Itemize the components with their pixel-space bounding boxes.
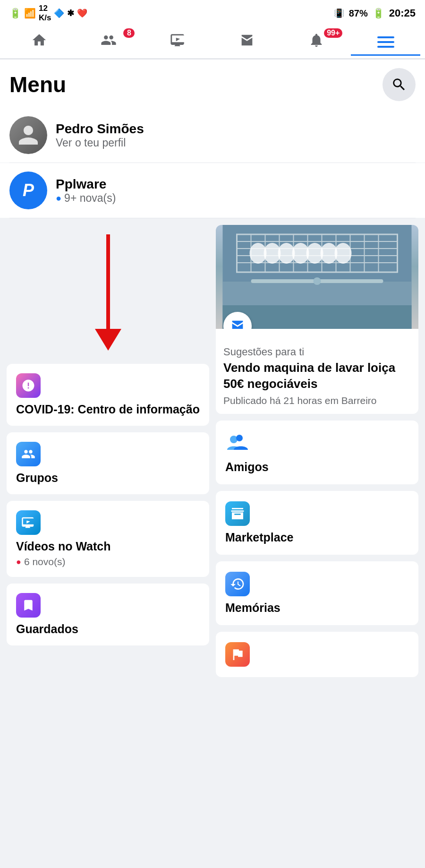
friends-badge: 8 [123,28,135,38]
red-arrow-container [7,225,209,357]
memories-icon [225,572,250,596]
watch-new: ● 6 novo(s) [16,556,200,567]
marketplace-nav-icon [239,32,255,52]
page-new-count: ● 9+ nova(s) [56,192,116,205]
notifications-badge: 99+ [324,28,342,38]
covid-label: COVID-19: Centro de informação [16,403,200,416]
marketplace-listing-card[interactable]: Sugestões para ti Vendo maquina de lavar… [216,225,418,414]
profile-section[interactable]: Pedro Simões Ver o teu perfil [0,108,425,163]
marketplace-listing-image [216,225,418,329]
status-left: 🔋 📶 12K/s 🔷 ✱ ❤️ [9,4,87,23]
page-initial: P [23,180,34,200]
menu-card-events[interactable] [216,632,418,677]
menu-card-memorias[interactable]: Memórias [216,561,418,625]
marketplace-listing-meta: Publicado há 21 horas em Barreiro [223,395,411,406]
nav-bar: 8 99+ [0,26,425,60]
guardados-label: Guardados [16,622,200,636]
friends-icon [101,32,117,52]
nav-home[interactable] [5,26,74,58]
groups-icon [16,442,41,466]
wifi-icon: 📶 [24,8,36,19]
menu-card-amigos[interactable]: Amigos [216,421,418,484]
bluetooth-icon: ✱ [67,8,74,18]
hamburger-icon [377,36,394,48]
new-dot-icon: ● [56,193,61,204]
home-icon [31,32,47,52]
right-column: Sugestões para ti Vendo maquina de lavar… [216,225,418,677]
left-column: COVID-19: Centro de informação Grupos Ví… [7,225,209,677]
marketplace-body: Sugestões para ti Vendo maquina de lavar… [216,329,418,414]
battery-percent: 87% [349,8,368,19]
battery-icon: 🔋 [9,8,21,19]
page-title: Menu [9,72,66,97]
menu-card-grupos[interactable]: Grupos [7,432,209,494]
main-content: COVID-19: Centro de informação Grupos Ví… [0,218,425,684]
profile-subtitle: Ver o teu perfil [56,137,144,149]
nav-notifications[interactable]: 99+ [282,26,351,58]
menu-card-covid[interactable]: COVID-19: Centro de informação [7,364,209,426]
profile-info: Pedro Simões Ver o teu perfil [56,121,144,149]
memorias-label: Memórias [225,601,409,615]
menu-card-marketplace[interactable]: Marketplace [216,491,418,555]
vibrate-icon: 📳 [334,8,344,18]
svg-point-22 [335,243,352,264]
nfc-icon: 🔷 [54,8,64,18]
events-icon [225,642,250,667]
search-button[interactable] [382,68,416,101]
marketplace-menu-icon [225,501,250,526]
health-icon: ❤️ [77,8,87,18]
notifications-icon [308,32,324,52]
arrow-shaft [106,234,110,329]
avatar-image [9,116,47,154]
nav-marketplace[interactable] [212,26,282,58]
status-right: 📳 87% 🔋 20:25 [334,7,416,19]
nav-friends[interactable]: 8 [74,26,144,58]
menu-card-watch[interactable]: Vídeos no Watch ● 6 novo(s) [7,501,209,577]
saved-icon [16,593,41,618]
nav-menu[interactable] [351,30,420,56]
arrow-head [95,329,121,351]
status-bar: 🔋 📶 12K/s 🔷 ✱ ❤️ 📳 87% 🔋 20:25 [0,0,425,26]
nav-watch[interactable] [143,26,212,58]
red-arrow [95,234,121,351]
marketplace-suggestion: Sugestões para ti [223,346,411,358]
covid-icon [16,373,41,398]
speed-indicator: 12K/s [39,4,51,23]
menu-card-guardados[interactable]: Guardados [7,584,209,645]
watch-menu-icon [16,510,41,535]
marketplace-label: Marketplace [225,531,409,544]
page-header: Menu [0,60,425,108]
avatar [9,116,47,154]
marketplace-listing-title: Vendo maquina de lavar loiça 50€ negociá… [223,360,411,392]
clock: 20:25 [389,7,416,19]
battery-full-icon: 🔋 [373,8,384,19]
page-icon: P [9,172,47,209]
page-name: Pplware [56,177,116,192]
page-section[interactable]: P Pplware ● 9+ nova(s) [0,163,425,218]
amigos-label: Amigos [225,460,409,474]
svg-point-25 [314,277,321,285]
page-info: Pplware ● 9+ nova(s) [56,177,116,205]
profile-name: Pedro Simões [56,121,144,137]
friends-menu-icon [225,431,250,455]
grupos-label: Grupos [16,471,200,485]
svg-point-28 [236,435,243,441]
watch-label: Vídeos no Watch [16,540,200,553]
watch-new-dot: ● [16,557,21,567]
watch-icon [170,32,186,52]
